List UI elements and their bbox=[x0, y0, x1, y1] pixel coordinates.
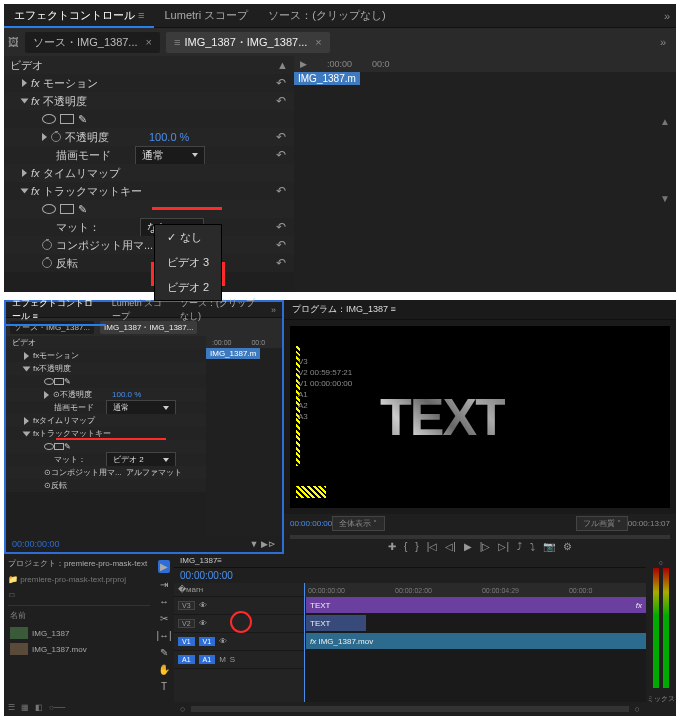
project-item-sequence[interactable]: IMG_1387 bbox=[8, 625, 150, 641]
pen-mask-icon[interactable]: ✎ bbox=[78, 203, 87, 216]
tab-effect-controls[interactable]: エフェクトコントロール ≡ bbox=[4, 4, 154, 27]
source-chip-1[interactable]: ソース・IMG_1387...× bbox=[25, 32, 160, 53]
close-icon[interactable]: × bbox=[146, 36, 152, 48]
type-tool-icon[interactable]: T bbox=[161, 681, 167, 692]
track-a1-header[interactable]: A1A1MS bbox=[174, 651, 304, 669]
time-remap[interactable]: fx タイムリマップ bbox=[6, 414, 206, 427]
go-in-icon[interactable]: |◁ bbox=[427, 541, 438, 552]
reset-icon[interactable] bbox=[276, 220, 288, 234]
rect-mask-icon[interactable] bbox=[60, 204, 74, 214]
reset-icon[interactable] bbox=[276, 256, 288, 270]
reset-icon[interactable] bbox=[276, 184, 288, 198]
settings-icon[interactable]: ⚙ bbox=[563, 541, 572, 552]
add-marker-icon[interactable]: ✚ bbox=[388, 541, 396, 552]
export-icon[interactable]: 📷 bbox=[543, 541, 555, 552]
disclosure-icon[interactable] bbox=[21, 99, 29, 104]
lift-icon[interactable]: ⤴ bbox=[517, 541, 522, 552]
program-viewer[interactable]: V3 V2 00:59:57:21 V1 00:00:00:00 A1 A2 A… bbox=[290, 326, 670, 508]
reset-icon[interactable] bbox=[276, 238, 288, 252]
timeline-ruler[interactable]: ▶:00:0000:0 bbox=[294, 56, 676, 72]
motion-effect[interactable]: fx モーション bbox=[6, 349, 206, 362]
hand-tool-icon[interactable]: ✋ bbox=[158, 664, 170, 675]
tab-source[interactable]: ソース：(クリップなし) bbox=[258, 4, 395, 27]
pen-mask-icon[interactable]: ✎ bbox=[78, 113, 87, 126]
list-view-icon[interactable]: ☰ bbox=[8, 703, 15, 712]
mark-out-icon[interactable]: } bbox=[415, 541, 418, 552]
track-select-icon[interactable]: ⇥ bbox=[160, 579, 168, 590]
dropdown-item-none[interactable]: なし bbox=[155, 225, 221, 250]
close-icon[interactable]: × bbox=[315, 36, 321, 48]
opacity-effect[interactable]: fx 不透明度 bbox=[6, 362, 206, 375]
razor-tool-icon[interactable]: ✂ bbox=[160, 613, 168, 624]
project-item-clip[interactable]: IMG_1387.mov bbox=[8, 641, 150, 657]
freeform-icon[interactable]: ◧ bbox=[35, 703, 43, 712]
zoom-out-icon[interactable]: ○ bbox=[180, 704, 185, 714]
program-tab[interactable]: プログラム：IMG_1387 ≡ bbox=[284, 300, 676, 320]
step-fwd-icon[interactable]: |▷ bbox=[480, 541, 491, 552]
tab-lumetri[interactable]: Lumetri スコープ bbox=[154, 4, 258, 27]
clip-v2-text[interactable]: TEXT bbox=[306, 615, 366, 631]
zoom-in-icon[interactable]: ○ bbox=[635, 704, 640, 714]
blend-dropdown[interactable]: 通常 bbox=[106, 400, 176, 415]
ripple-tool-icon[interactable]: ↔ bbox=[159, 596, 169, 607]
opacity-value[interactable]: 100.0 % bbox=[149, 131, 189, 143]
video-header[interactable]: ビデオ bbox=[6, 336, 206, 349]
stopwatch-icon[interactable] bbox=[42, 240, 52, 250]
mark-in-icon[interactable]: { bbox=[404, 541, 407, 552]
time-remap-effect[interactable]: fx タイムリマップ bbox=[4, 164, 294, 182]
blend-mode-dropdown[interactable]: 通常 bbox=[135, 146, 205, 165]
ellipse-mask-icon[interactable] bbox=[42, 114, 56, 124]
scrubber[interactable] bbox=[290, 535, 670, 539]
play-icon[interactable]: ▶ bbox=[464, 541, 472, 552]
reverse-row[interactable]: ⊙ 反転 bbox=[6, 479, 206, 492]
dropdown-item-video3[interactable]: ビデオ 3 bbox=[155, 250, 221, 275]
icon-view-icon[interactable]: ▦ bbox=[21, 703, 29, 712]
snap-icon[interactable]: �магн bbox=[178, 585, 203, 594]
stopwatch-icon[interactable] bbox=[42, 258, 52, 268]
disclosure-icon[interactable] bbox=[21, 189, 29, 194]
clip-v1-movie[interactable]: fx IMG_1387.mov bbox=[306, 633, 646, 649]
disclosure-icon[interactable] bbox=[42, 133, 47, 141]
go-out-icon[interactable]: ▷| bbox=[498, 541, 509, 552]
collapse-icon[interactable]: ▲ bbox=[277, 59, 288, 71]
chip-overflow[interactable]: » bbox=[654, 36, 672, 48]
timecode[interactable]: 00:00:00:00 bbox=[12, 539, 60, 549]
timeline-tab[interactable]: IMG_1387 ≡ bbox=[174, 554, 646, 568]
timeline-clip[interactable]: IMG_1387.m bbox=[294, 72, 360, 85]
ellipse-mask-icon[interactable] bbox=[42, 204, 56, 214]
timeline-ruler[interactable]: 00:00:00:00 00:00:02:00 00:00:04:29 00:0… bbox=[304, 583, 646, 597]
tabs-overflow[interactable]: » bbox=[265, 305, 282, 315]
opacity-effect[interactable]: fx 不透明度 bbox=[4, 92, 294, 110]
track-v1-header[interactable]: V1V1👁 bbox=[174, 633, 304, 651]
tab-effect-controls[interactable]: エフェクトコントロール ≡ bbox=[6, 295, 106, 325]
step-back-icon[interactable]: ◁| bbox=[445, 541, 456, 552]
track-matte-effect[interactable]: fx トラックマットキー bbox=[4, 182, 294, 200]
source-chip-2[interactable]: ≡IMG_1387・IMG_1387...× bbox=[166, 32, 330, 53]
timeline-timecode[interactable]: 00:00:00:00 bbox=[174, 568, 646, 583]
disclosure-icon[interactable] bbox=[22, 79, 27, 87]
matte-dropdown[interactable]: ビデオ 2 bbox=[106, 452, 176, 467]
pen-tool-icon[interactable]: ✎ bbox=[160, 647, 168, 658]
name-column-header[interactable]: 名前 bbox=[8, 606, 150, 625]
project-tab[interactable]: プロジェクト：premiere-pro-mask-text bbox=[8, 558, 150, 569]
timeline-tracks[interactable]: 00:00:00:00 00:00:02:00 00:00:04:29 00:0… bbox=[304, 583, 646, 702]
stopwatch-icon[interactable] bbox=[51, 132, 61, 142]
slip-tool-icon[interactable]: |↔| bbox=[156, 630, 171, 641]
clip-v3-text[interactable]: TEXTfx bbox=[306, 597, 646, 613]
tc-left[interactable]: 00:00:00:00 bbox=[290, 519, 332, 528]
reset-icon[interactable] bbox=[276, 76, 288, 90]
filter-icon[interactable]: ▼ ▶⊳ bbox=[250, 539, 276, 549]
extract-icon[interactable]: ⤵ bbox=[530, 541, 535, 552]
video-section-header[interactable]: ビデオ▲ bbox=[4, 56, 294, 74]
keyframe-timeline[interactable]: ▶:00:0000:0 IMG_1387.m ▲▼ bbox=[294, 56, 676, 292]
opacity-value-row[interactable]: 不透明度100.0 % bbox=[4, 128, 294, 146]
quality-dropdown[interactable]: フル画質 ˅ bbox=[576, 516, 628, 531]
zoom-slider[interactable] bbox=[191, 706, 628, 712]
reset-icon[interactable] bbox=[276, 94, 288, 108]
tabs-overflow[interactable]: » bbox=[658, 10, 676, 22]
dropdown-item-video2[interactable]: ビデオ 2 bbox=[155, 275, 221, 300]
selection-tool-icon[interactable]: ▶ bbox=[158, 560, 170, 573]
playhead[interactable] bbox=[304, 583, 305, 702]
disclosure-icon[interactable] bbox=[22, 169, 27, 177]
zoom-slider[interactable]: ○── bbox=[49, 703, 65, 712]
